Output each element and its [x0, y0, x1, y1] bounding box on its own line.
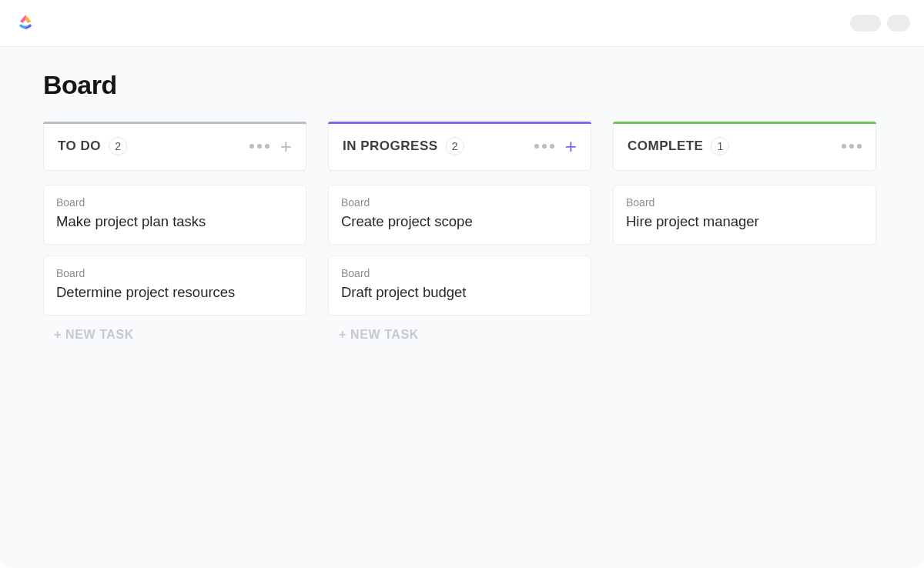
task-card-list-name: Board	[341, 267, 578, 279]
column-title: COMPLETE	[628, 139, 703, 154]
cards-list: BoardHire project manager	[613, 185, 876, 245]
column-header: TO DO2+	[43, 122, 306, 171]
task-card-title: Determine project resources	[56, 284, 293, 301]
task-card-title: Create project scope	[341, 213, 578, 230]
topbar-pill-b[interactable]	[887, 15, 910, 32]
column-actions: +	[249, 136, 292, 156]
new-task-button[interactable]: + NEW TASK	[328, 328, 591, 342]
topbar	[0, 0, 924, 46]
task-card-list-name: Board	[341, 196, 578, 209]
column-count-badge: 2	[446, 137, 464, 155]
column-in-progress: IN PROGRESS2+BoardCreate project scopeBo…	[328, 122, 591, 342]
task-card[interactable]: BoardHire project manager	[613, 185, 876, 245]
column-actions: +	[534, 136, 577, 156]
task-card[interactable]: BoardCreate project scope	[328, 185, 591, 245]
task-card[interactable]: BoardMake project plan tasks	[43, 185, 306, 245]
column-count-badge: 1	[711, 137, 729, 155]
cards-list: BoardMake project plan tasksBoardDetermi…	[43, 185, 306, 316]
column-count-badge: 2	[109, 137, 127, 155]
task-card[interactable]: BoardDetermine project resources	[43, 256, 306, 316]
column-complete: COMPLETE1BoardHire project manager	[613, 122, 876, 342]
add-task-icon[interactable]: +	[280, 136, 292, 156]
more-icon[interactable]	[249, 144, 270, 149]
task-card-title: Make project plan tasks	[56, 213, 293, 230]
more-icon[interactable]	[534, 144, 554, 149]
column-header: COMPLETE1	[613, 122, 876, 171]
task-card-title: Hire project manager	[626, 213, 863, 230]
board: TO DO2+BoardMake project plan tasksBoard…	[43, 122, 881, 342]
task-card-list-name: Board	[626, 196, 863, 209]
task-card-list-name: Board	[56, 267, 293, 279]
logo-icon	[14, 12, 37, 35]
task-card-list-name: Board	[56, 196, 293, 209]
column-header: IN PROGRESS2+	[328, 122, 591, 171]
task-card[interactable]: BoardDraft project budget	[328, 256, 591, 316]
add-task-icon[interactable]: +	[565, 136, 577, 156]
task-card-title: Draft project budget	[341, 284, 578, 301]
topbar-actions	[850, 15, 910, 32]
column-todo: TO DO2+BoardMake project plan tasksBoard…	[43, 122, 306, 342]
page-title: Board	[43, 70, 881, 100]
column-title: IN PROGRESS	[343, 139, 438, 154]
cards-list: BoardCreate project scopeBoardDraft proj…	[328, 185, 591, 316]
column-actions	[842, 144, 862, 149]
more-icon[interactable]	[842, 144, 862, 149]
topbar-pill-a[interactable]	[850, 15, 881, 32]
column-title: TO DO	[58, 139, 101, 154]
main: Board TO DO2+BoardMake project plan task…	[0, 46, 924, 568]
new-task-button[interactable]: + NEW TASK	[43, 328, 306, 342]
